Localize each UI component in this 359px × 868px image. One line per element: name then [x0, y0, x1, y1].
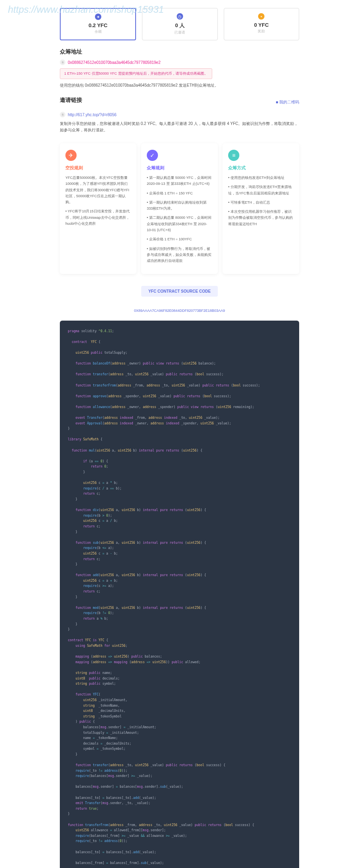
card-body: • 第一期认购总量 50000 YFC，众筹时间 2020-09-13 至 第3… — [147, 175, 212, 264]
card-title: 众筹规则 — [147, 165, 212, 171]
info-card: ✓ 众筹规则 • 第一期认购总量 50000 YFC，众筹时间 2020-09-… — [141, 143, 218, 274]
invite-desc: 复制并分享您的链接，您和被邀请人同时奖励 0.2 YFC。每人最多可邀请 20 … — [60, 121, 299, 133]
stat-label: 已邀请 — [147, 30, 212, 35]
stat-reward[interactable]: ⚬ 0 YFC 奖励 — [224, 8, 299, 40]
card-icon: ≡ — [228, 150, 239, 161]
invited-icon: ◷ — [177, 13, 183, 20]
invite-section: 邀请链接 ■ 我的二维码 ⎘ http://617.yhc.top/?d=r80… — [60, 97, 299, 133]
stat-value: 0.2 YFC — [65, 22, 130, 28]
address-desc: 使用您的钱包 0x0886274512e010070baa3a4645dc797… — [60, 82, 299, 89]
card-title: 空投规则 — [65, 165, 131, 171]
stat-value: 0 人 — [147, 22, 212, 29]
section-title: 众筹地址 — [60, 48, 299, 55]
info-card: ≡ 众筹方式 • 使用您的钱包发送ETH到众筹地址• 分期开发，询前尽快发送ET… — [223, 143, 299, 274]
watermark: https://www.huzhan.com/ishop15931 — [8, 4, 164, 15]
card-title: 众筹方式 — [228, 165, 294, 171]
reward-icon: ⚬ — [258, 13, 264, 20]
code-block: pragma solidity ^0.4.11; contract YFC { … — [60, 321, 299, 868]
stat-label: 余额 — [65, 29, 130, 34]
qr-link[interactable]: ■ 我的二维码 — [276, 99, 299, 105]
info-cards: ✈ 空投规则 YFC总量500000枚。本次YFC空投数量10000枚，为了感谢… — [60, 143, 299, 274]
copy-icon[interactable]: ⎘ — [60, 59, 65, 65]
card-body: YFC总量500000枚。本次YFC空投数量10000枚，为了感谢YFI技术团队… — [65, 175, 131, 227]
section-title: 邀请链接 — [60, 97, 82, 104]
card-icon: ✓ — [147, 150, 158, 161]
notice-bar: 1 ETH=150 YFC 仅需50000 YFC 需提前预约地址后，开始您的代… — [60, 68, 212, 79]
card-body: • 使用您的钱包发送ETH到众筹地址• 分期开发，询前尽快发送ETH至来源地址，… — [228, 175, 294, 227]
stat-value: 0 YFC — [229, 22, 294, 28]
copy-icon[interactable]: ⎘ — [60, 112, 65, 117]
contract-hash[interactable]: 0X89AAAA7CA96F82E0844DDF820773BF2E18B03A… — [60, 309, 299, 313]
address-section: 众筹地址 ⎘ 0x0886274512e010070baa3a4645dc797… — [60, 48, 299, 89]
invite-link[interactable]: http://617.yhc.top/?d=r8056 — [68, 113, 116, 117]
stat-label: 奖励 — [229, 29, 294, 34]
source-code-button[interactable]: YFC CONTRACT SOURCE CODE — [141, 286, 218, 297]
address-link[interactable]: 0x0886274512e010070baa3a4645dc7977805819… — [68, 60, 160, 65]
card-icon: ✈ — [65, 150, 77, 161]
info-card: ✈ 空投规则 YFC总量500000枚。本次YFC空投数量10000枚，为了感谢… — [60, 143, 136, 274]
